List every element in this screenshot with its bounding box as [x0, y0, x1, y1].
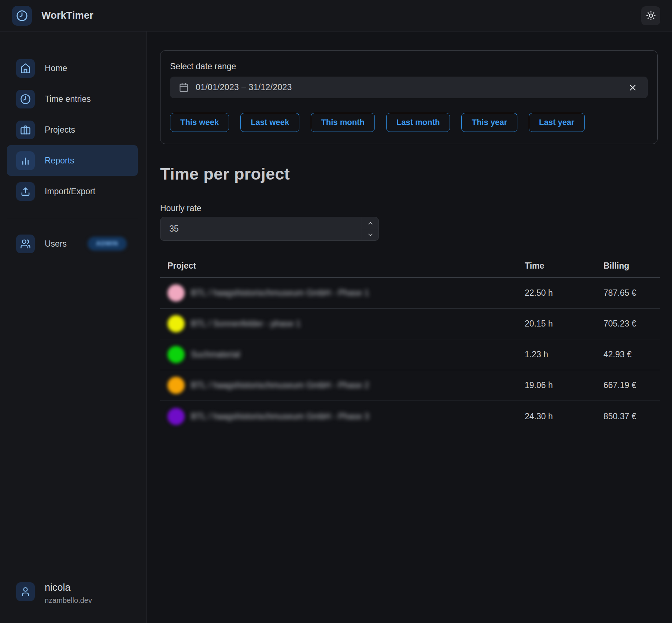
- project-color-dot: [167, 315, 185, 332]
- project-name-redacted: BTL / haagshistorischmuseum GmbH - Phase…: [191, 288, 369, 298]
- billing-cell: 705.23 €: [603, 319, 660, 329]
- x-icon: [628, 83, 638, 92]
- column-header-project: Project: [160, 261, 525, 271]
- user-profile-text: nicola nzambello.dev: [45, 582, 92, 605]
- table-row: BTL / Sonnenfelder - phase 1 20.15 h 705…: [160, 309, 660, 339]
- date-range-card: Select date range 01/01/2023 – 31/12/202…: [160, 50, 658, 144]
- theme-toggle-button[interactable]: [641, 6, 660, 25]
- project-cell: Suchmaterial: [160, 346, 525, 363]
- bar-chart-icon: [16, 151, 35, 170]
- project-cell: BTL / haagshistorischmuseum GmbH - Phase…: [160, 377, 525, 394]
- this-week-button[interactable]: This week: [170, 113, 229, 132]
- stepper-buttons: [362, 217, 379, 240]
- sidebar-item-label: Reports: [45, 156, 74, 166]
- sidebar-item-users[interactable]: Users ADMIN: [7, 228, 138, 259]
- clock-icon: [16, 10, 28, 22]
- billing-cell: 850.37 €: [603, 412, 660, 421]
- project-name-redacted: BTL / Sonnenfelder - phase 1: [191, 319, 301, 329]
- time-cell: 19.06 h: [525, 380, 603, 390]
- project-name-redacted: Suchmaterial: [191, 350, 240, 360]
- hourly-rate-input[interactable]: [160, 217, 362, 240]
- time-cell: 22.50 h: [525, 288, 603, 298]
- increment-button[interactable]: [362, 217, 379, 229]
- billing-cell: 787.65 €: [603, 288, 660, 298]
- this-month-button[interactable]: This month: [311, 113, 375, 132]
- column-header-time: Time: [525, 261, 603, 271]
- user-name: nicola: [45, 582, 92, 593]
- user-domain: nzambello.dev: [45, 596, 92, 605]
- home-icon: [16, 59, 35, 78]
- chevron-down-icon: [367, 231, 374, 239]
- briefcase-icon: [16, 121, 35, 139]
- sidebar-item-import-export[interactable]: Import/Export: [7, 176, 138, 207]
- sidebar-item-home[interactable]: Home: [7, 53, 138, 84]
- last-month-button[interactable]: Last month: [386, 113, 450, 132]
- project-cell: BTL / haagshistorischmuseum GmbH - Phase…: [160, 284, 525, 302]
- admin-badge: ADMIN: [88, 237, 127, 251]
- main-content: Select date range 01/01/2023 – 31/12/202…: [147, 32, 672, 623]
- project-color-dot: [167, 284, 185, 302]
- quick-range-buttons: This week Last week This month Last mont…: [170, 113, 648, 132]
- last-year-button[interactable]: Last year: [529, 113, 585, 132]
- last-week-button[interactable]: Last week: [240, 113, 299, 132]
- project-name-redacted: BTL / haagshistorischmuseum GmbH - Phase…: [191, 412, 369, 421]
- time-cell: 20.15 h: [525, 319, 603, 329]
- sidebar-item-projects[interactable]: Projects: [7, 114, 138, 145]
- user-profile[interactable]: nicola nzambello.dev: [7, 582, 138, 605]
- date-range-input[interactable]: 01/01/2023 – 31/12/2023: [170, 77, 648, 98]
- sidebar-divider: [7, 218, 138, 218]
- topbar: WorkTimer: [0, 0, 672, 32]
- hourly-rate-stepper: [160, 217, 379, 241]
- clear-date-range-button[interactable]: [627, 81, 639, 94]
- app-title: WorkTimer: [41, 10, 93, 21]
- user-icon: [16, 582, 35, 601]
- sidebar-item-label: Import/Export: [45, 187, 95, 196]
- table-header: Project Time Billing: [160, 261, 660, 278]
- app-logo: [12, 6, 32, 26]
- date-range-label: Select date range: [170, 62, 648, 71]
- sidebar-item-reports[interactable]: Reports: [7, 145, 138, 176]
- project-color-dot: [167, 408, 185, 425]
- time-cell: 1.23 h: [525, 350, 603, 360]
- sidebar-item-time-entries[interactable]: Time entries: [7, 84, 138, 114]
- table-row: BTL / haagshistorischmuseum GmbH - Phase…: [160, 370, 660, 401]
- sidebar: Home Time entries Projects Reports Impor: [0, 32, 147, 623]
- project-cell: BTL / Sonnenfelder - phase 1: [160, 315, 525, 332]
- users-icon: [16, 235, 35, 253]
- sidebar-item-label: Home: [45, 63, 67, 73]
- project-color-dot: [167, 346, 185, 363]
- table-row: Suchmaterial 1.23 h 42.93 €: [160, 339, 660, 370]
- sidebar-item-label: Time entries: [45, 94, 91, 104]
- table-row: BTL / haagshistorischmuseum GmbH - Phase…: [160, 278, 660, 309]
- chevron-up-icon: [367, 220, 374, 227]
- project-name-redacted: BTL / haagshistorischmuseum GmbH - Phase…: [191, 380, 369, 390]
- billing-cell: 667.19 €: [603, 380, 660, 390]
- time-cell: 24.30 h: [525, 412, 603, 421]
- date-range-value: 01/01/2023 – 31/12/2023: [196, 82, 292, 92]
- decrement-button[interactable]: [362, 229, 379, 240]
- table-row: BTL / haagshistorischmuseum GmbH - Phase…: [160, 401, 660, 432]
- column-header-billing: Billing: [603, 261, 660, 271]
- billing-cell: 42.93 €: [603, 350, 660, 360]
- sidebar-item-label: Users: [45, 239, 67, 249]
- upload-icon: [16, 182, 35, 201]
- project-color-dot: [167, 377, 185, 394]
- project-cell: BTL / haagshistorischmuseum GmbH - Phase…: [160, 408, 525, 425]
- sidebar-item-label: Projects: [45, 125, 75, 135]
- calendar-icon: [179, 82, 189, 92]
- page-title: Time per project: [160, 165, 658, 184]
- time-per-project-table: Project Time Billing BTL / haagshistoris…: [160, 261, 660, 432]
- this-year-button[interactable]: This year: [461, 113, 517, 132]
- hourly-rate-label: Hourly rate: [160, 203, 658, 213]
- sidebar-spacer: [0, 259, 146, 582]
- sun-icon: [646, 11, 656, 21]
- clock-icon: [16, 90, 35, 108]
